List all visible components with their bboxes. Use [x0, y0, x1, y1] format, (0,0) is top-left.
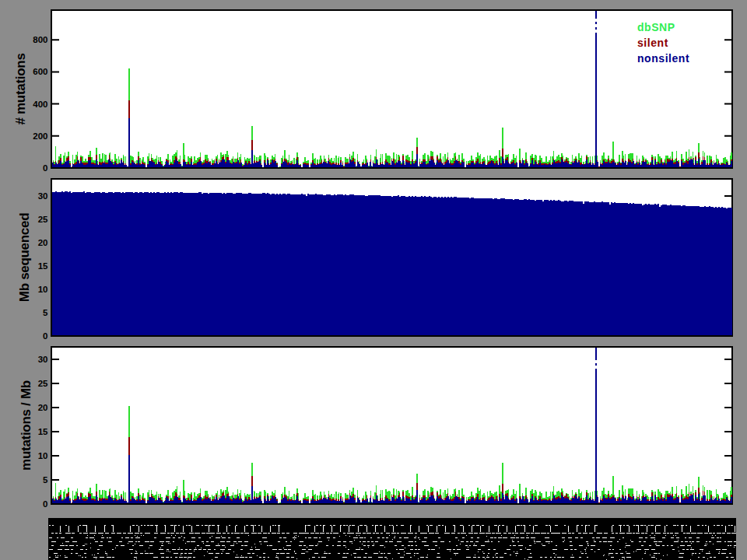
svg-text:5: 5: [43, 475, 48, 485]
svg-text:30: 30: [38, 355, 48, 364]
svg-text:200: 200: [33, 131, 47, 141]
svg-text:30: 30: [38, 191, 48, 201]
svg-text:25: 25: [38, 215, 48, 224]
svg-text:0: 0: [43, 499, 47, 509]
svg-text:10: 10: [38, 285, 48, 294]
svg-text:Mb sequenced: Mb sequenced: [17, 213, 32, 302]
svg-text:20: 20: [38, 403, 48, 412]
svg-text:0: 0: [43, 163, 47, 173]
svg-text:mutations / Mb: mutations / Mb: [19, 380, 33, 471]
svg-text:dbSNP: dbSNP: [637, 21, 675, 33]
svg-text:10: 10: [38, 451, 48, 460]
svg-text:0: 0: [43, 331, 47, 341]
svg-text:600: 600: [33, 67, 47, 76]
svg-text:400: 400: [33, 100, 47, 109]
svg-text:nonsilent: nonsilent: [637, 52, 689, 65]
svg-text:25: 25: [38, 379, 48, 388]
svg-text:# mutations: # mutations: [13, 53, 28, 124]
svg-text:5: 5: [43, 308, 48, 317]
svg-text:20: 20: [38, 238, 48, 247]
svg-text:15: 15: [38, 427, 48, 436]
svg-text:800: 800: [33, 35, 47, 44]
svg-text:15: 15: [38, 261, 48, 271]
svg-text:silent: silent: [637, 37, 668, 49]
